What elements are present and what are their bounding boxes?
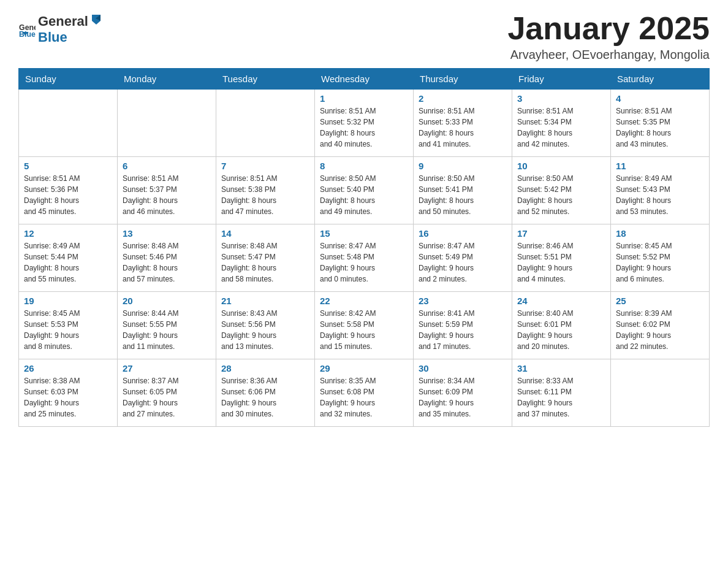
calendar-cell [216, 90, 315, 157]
day-info: Sunrise: 8:47 AM Sunset: 5:49 PM Dayligh… [419, 240, 507, 285]
logo-icon: General Blue [18, 20, 36, 37]
day-number: 16 [419, 228, 507, 239]
calendar-cell: 11Sunrise: 8:49 AM Sunset: 5:43 PM Dayli… [611, 157, 710, 224]
day-number: 9 [419, 161, 507, 171]
week-row-0: 1Sunrise: 8:51 AM Sunset: 5:32 PM Daylig… [19, 90, 710, 157]
week-row-1: 5Sunrise: 8:51 AM Sunset: 5:36 PM Daylig… [19, 157, 710, 224]
day-number: 20 [123, 296, 211, 306]
day-number: 31 [517, 363, 605, 373]
day-number: 7 [221, 161, 309, 171]
calendar-cell [118, 90, 216, 157]
calendar-cell: 25Sunrise: 8:39 AM Sunset: 6:02 PM Dayli… [611, 292, 710, 359]
calendar-cell: 27Sunrise: 8:37 AM Sunset: 6:05 PM Dayli… [118, 359, 216, 427]
day-info: Sunrise: 8:44 AM Sunset: 5:55 PM Dayligh… [123, 308, 211, 352]
calendar-cell: 12Sunrise: 8:49 AM Sunset: 5:44 PM Dayli… [19, 224, 118, 292]
week-row-2: 12Sunrise: 8:49 AM Sunset: 5:44 PM Dayli… [19, 224, 710, 292]
day-number: 19 [24, 296, 112, 306]
calendar-cell: 23Sunrise: 8:41 AM Sunset: 5:59 PM Dayli… [414, 292, 512, 359]
day-number: 5 [24, 161, 112, 171]
day-info: Sunrise: 8:36 AM Sunset: 6:06 PM Dayligh… [221, 375, 309, 419]
title-block: January 2025 Arvayheer, OEvoerhangay, Mo… [507, 12, 710, 62]
header-day-friday: Friday [512, 69, 611, 90]
day-info: Sunrise: 8:45 AM Sunset: 5:52 PM Dayligh… [616, 240, 704, 285]
calendar-table: SundayMondayTuesdayWednesdayThursdayFrid… [18, 68, 710, 427]
day-info: Sunrise: 8:43 AM Sunset: 5:56 PM Dayligh… [221, 308, 309, 352]
day-info: Sunrise: 8:33 AM Sunset: 6:11 PM Dayligh… [517, 375, 605, 419]
calendar-cell: 7Sunrise: 8:51 AM Sunset: 5:38 PM Daylig… [216, 157, 315, 224]
calendar-cell: 19Sunrise: 8:45 AM Sunset: 5:53 PM Dayli… [19, 292, 118, 359]
day-number: 14 [221, 228, 309, 239]
day-info: Sunrise: 8:50 AM Sunset: 5:42 PM Dayligh… [517, 173, 605, 217]
day-info: Sunrise: 8:51 AM Sunset: 5:37 PM Dayligh… [123, 173, 211, 217]
calendar-cell: 1Sunrise: 8:51 AM Sunset: 5:32 PM Daylig… [315, 90, 414, 157]
calendar-title: January 2025 [507, 12, 710, 44]
day-info: Sunrise: 8:50 AM Sunset: 5:40 PM Dayligh… [320, 173, 408, 217]
day-info: Sunrise: 8:34 AM Sunset: 6:09 PM Dayligh… [419, 375, 507, 419]
day-number: 30 [419, 363, 507, 373]
calendar-cell: 31Sunrise: 8:33 AM Sunset: 6:11 PM Dayli… [512, 359, 611, 427]
day-info: Sunrise: 8:40 AM Sunset: 6:01 PM Dayligh… [517, 308, 605, 352]
logo: General Blue General Blue [18, 12, 104, 45]
calendar-cell: 24Sunrise: 8:40 AM Sunset: 6:01 PM Dayli… [512, 292, 611, 359]
day-number: 6 [123, 161, 211, 171]
header-day-tuesday: Tuesday [216, 69, 315, 90]
day-info: Sunrise: 8:51 AM Sunset: 5:38 PM Dayligh… [221, 173, 309, 217]
day-info: Sunrise: 8:50 AM Sunset: 5:41 PM Dayligh… [419, 173, 507, 217]
header-day-monday: Monday [118, 69, 216, 90]
day-info: Sunrise: 8:37 AM Sunset: 6:05 PM Dayligh… [123, 375, 211, 419]
day-info: Sunrise: 8:51 AM Sunset: 5:33 PM Dayligh… [419, 105, 507, 150]
day-info: Sunrise: 8:39 AM Sunset: 6:02 PM Dayligh… [616, 308, 704, 352]
calendar-cell: 3Sunrise: 8:51 AM Sunset: 5:34 PM Daylig… [512, 90, 611, 157]
header-day-wednesday: Wednesday [315, 69, 414, 90]
calendar-cell: 6Sunrise: 8:51 AM Sunset: 5:37 PM Daylig… [118, 157, 216, 224]
calendar-cell: 8Sunrise: 8:50 AM Sunset: 5:40 PM Daylig… [315, 157, 414, 224]
calendar-cell: 30Sunrise: 8:34 AM Sunset: 6:09 PM Dayli… [414, 359, 512, 427]
day-number: 29 [320, 363, 408, 373]
header-row: SundayMondayTuesdayWednesdayThursdayFrid… [19, 69, 710, 90]
day-info: Sunrise: 8:51 AM Sunset: 5:34 PM Dayligh… [517, 105, 605, 150]
day-info: Sunrise: 8:41 AM Sunset: 5:59 PM Dayligh… [419, 308, 507, 352]
day-info: Sunrise: 8:48 AM Sunset: 5:47 PM Dayligh… [221, 240, 309, 285]
day-info: Sunrise: 8:35 AM Sunset: 6:08 PM Dayligh… [320, 375, 408, 419]
calendar-cell: 17Sunrise: 8:46 AM Sunset: 5:51 PM Dayli… [512, 224, 611, 292]
day-number: 10 [517, 161, 605, 171]
svg-text:Blue: Blue [19, 30, 36, 37]
calendar-cell: 13Sunrise: 8:48 AM Sunset: 5:46 PM Dayli… [118, 224, 216, 292]
calendar-cell: 18Sunrise: 8:45 AM Sunset: 5:52 PM Dayli… [611, 224, 710, 292]
day-info: Sunrise: 8:45 AM Sunset: 5:53 PM Dayligh… [24, 308, 112, 352]
day-info: Sunrise: 8:49 AM Sunset: 5:43 PM Dayligh… [616, 173, 704, 217]
day-info: Sunrise: 8:38 AM Sunset: 6:03 PM Dayligh… [24, 375, 112, 419]
day-number: 17 [517, 228, 605, 239]
day-info: Sunrise: 8:51 AM Sunset: 5:35 PM Dayligh… [616, 105, 704, 150]
day-info: Sunrise: 8:47 AM Sunset: 5:48 PM Dayligh… [320, 240, 408, 285]
day-number: 18 [616, 228, 704, 239]
calendar-cell: 28Sunrise: 8:36 AM Sunset: 6:06 PM Dayli… [216, 359, 315, 427]
calendar-cell [611, 359, 710, 427]
day-number: 15 [320, 228, 408, 239]
day-number: 2 [419, 93, 507, 104]
calendar-cell: 16Sunrise: 8:47 AM Sunset: 5:49 PM Dayli… [414, 224, 512, 292]
day-info: Sunrise: 8:51 AM Sunset: 5:32 PM Dayligh… [320, 105, 408, 150]
calendar-cell: 15Sunrise: 8:47 AM Sunset: 5:48 PM Dayli… [315, 224, 414, 292]
page-header: General Blue General Blue January 2025 A… [18, 12, 710, 62]
day-info: Sunrise: 8:46 AM Sunset: 5:51 PM Dayligh… [517, 240, 605, 285]
week-row-4: 26Sunrise: 8:38 AM Sunset: 6:03 PM Dayli… [19, 359, 710, 427]
calendar-cell: 5Sunrise: 8:51 AM Sunset: 5:36 PM Daylig… [19, 157, 118, 224]
logo-arrow-icon [89, 12, 103, 26]
calendar-cell: 26Sunrise: 8:38 AM Sunset: 6:03 PM Dayli… [19, 359, 118, 427]
day-number: 23 [419, 296, 507, 306]
day-info: Sunrise: 8:51 AM Sunset: 5:36 PM Dayligh… [24, 173, 112, 217]
calendar-cell [19, 90, 118, 157]
day-number: 26 [24, 363, 112, 373]
week-row-3: 19Sunrise: 8:45 AM Sunset: 5:53 PM Dayli… [19, 292, 710, 359]
calendar-cell: 10Sunrise: 8:50 AM Sunset: 5:42 PM Dayli… [512, 157, 611, 224]
day-number: 12 [24, 228, 112, 239]
day-info: Sunrise: 8:42 AM Sunset: 5:58 PM Dayligh… [320, 308, 408, 352]
day-number: 1 [320, 93, 408, 104]
header-day-saturday: Saturday [611, 69, 710, 90]
calendar-cell: 21Sunrise: 8:43 AM Sunset: 5:56 PM Dayli… [216, 292, 315, 359]
day-info: Sunrise: 8:48 AM Sunset: 5:46 PM Dayligh… [123, 240, 211, 285]
day-number: 21 [221, 296, 309, 306]
logo-blue-text: Blue [38, 29, 104, 45]
calendar-cell: 20Sunrise: 8:44 AM Sunset: 5:55 PM Dayli… [118, 292, 216, 359]
